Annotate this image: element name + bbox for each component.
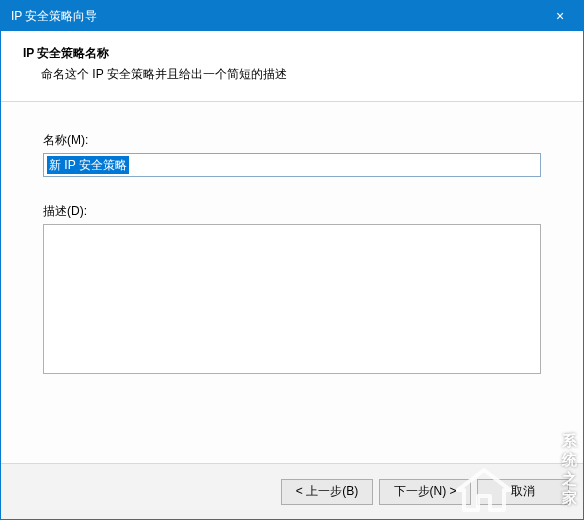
wizard-header: IP 安全策略名称 命名这个 IP 安全策略并且给出一个简短的描述	[1, 31, 583, 102]
description-wrap	[43, 224, 541, 374]
back-button[interactable]: < 上一步(B)	[281, 479, 373, 505]
page-subtitle: 命名这个 IP 安全策略并且给出一个简短的描述	[23, 66, 561, 83]
window-title: IP 安全策略向导	[11, 8, 537, 25]
wizard-footer: < 上一步(B) 下一步(N) > 取消 系统之家	[1, 463, 583, 519]
wizard-body: 名称(M): 新 IP 安全策略 描述(D):	[1, 102, 583, 463]
close-button[interactable]: ×	[537, 1, 583, 31]
description-textarea[interactable]	[43, 224, 541, 374]
name-input[interactable]: 新 IP 安全策略	[43, 153, 541, 177]
next-button[interactable]: 下一步(N) >	[379, 479, 471, 505]
name-input-value: 新 IP 安全策略	[47, 156, 129, 174]
name-label: 名称(M):	[43, 132, 541, 149]
titlebar: IP 安全策略向导 ×	[1, 1, 583, 31]
close-icon: ×	[556, 8, 564, 24]
cancel-button[interactable]: 取消	[477, 479, 569, 505]
page-title: IP 安全策略名称	[23, 45, 561, 62]
wizard-window: IP 安全策略向导 × IP 安全策略名称 命名这个 IP 安全策略并且给出一个…	[0, 0, 584, 520]
description-label: 描述(D):	[43, 203, 541, 220]
